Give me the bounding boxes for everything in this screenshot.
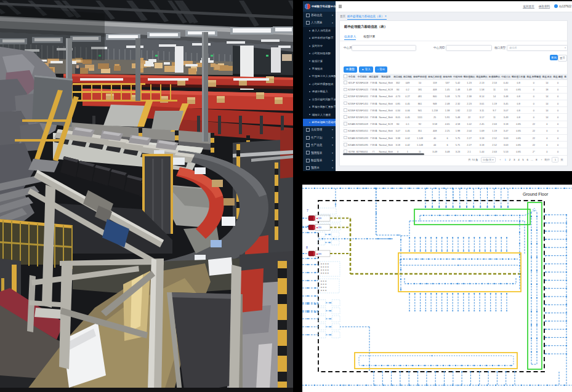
svg-text:M M M: M M M	[321, 290, 326, 292]
svg-text:7: 7	[307, 209, 308, 212]
svg-text:M M M: M M M	[321, 281, 326, 282]
svg-text:■28K: ■28K	[316, 226, 322, 229]
svg-text:M M M M: M M M M	[321, 263, 329, 265]
svg-text:■28K: ■28K	[316, 253, 322, 255]
svg-text:Ground Floor: Ground Floor	[523, 192, 549, 196]
svg-text:M M M: M M M	[321, 284, 326, 286]
svg-text:8: 8	[306, 246, 308, 249]
svg-text:M M M M: M M M M	[321, 266, 329, 268]
svg-text:M M M M: M M M M	[321, 270, 329, 271]
svg-text:M M M: M M M	[321, 287, 326, 289]
svg-text:M M M M: M M M M	[321, 273, 329, 274]
svg-text:■28K: ■28K	[316, 217, 322, 220]
